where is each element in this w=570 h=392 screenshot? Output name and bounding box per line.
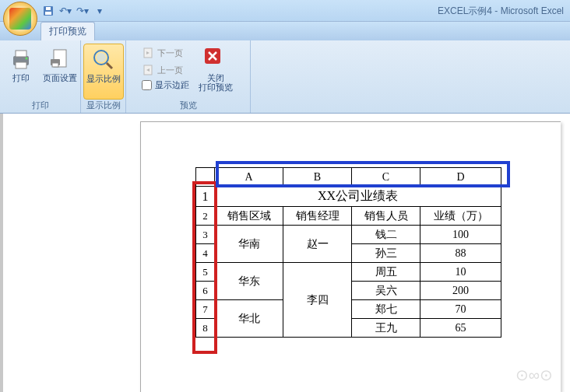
svg-rect-5: [16, 62, 26, 68]
show-margins-checkbox[interactable]: 显示边距: [142, 79, 189, 91]
office-logo-icon: [9, 8, 31, 30]
ruler-edge: [0, 114, 3, 392]
column-header-row: A B C D: [196, 168, 501, 187]
title-bar: ↶▾ ↷▾ ▾ EXCEL示例4 - Microsoft Excel: [0, 0, 570, 22]
svg-point-6: [25, 58, 27, 60]
svg-point-11: [97, 53, 106, 62]
redo-icon[interactable]: ↷▾: [76, 5, 89, 17]
table-title-row: 1 XX公司业绩表: [196, 187, 501, 207]
close-preview-button[interactable]: 关闭 打印预览: [194, 44, 238, 100]
next-page-icon: [142, 47, 154, 59]
page-setup-button[interactable]: 页面设置: [41, 44, 79, 100]
preview-area: A B C D 1 XX公司业绩表 2 销售区域 销售经理 销售人员 业绩（万）…: [0, 114, 570, 392]
preview-page: A B C D 1 XX公司业绩表 2 销售区域 销售经理 销售人员 业绩（万）…: [140, 121, 561, 392]
ribbon: 打印 页面设置 打印 显示比例 显示比例: [0, 40, 570, 114]
print-button[interactable]: 打印: [2, 44, 40, 100]
table-header-row: 2 销售区域 销售经理 销售人员 业绩（万）: [196, 207, 501, 226]
ribbon-group-print: 打印 页面设置 打印: [0, 40, 81, 113]
svg-rect-1: [45, 12, 51, 15]
next-page-button: 下一页: [142, 45, 189, 61]
svg-line-12: [107, 63, 112, 68]
quick-access-toolbar: ↶▾ ↷▾ ▾: [42, 0, 106, 21]
table-title: XX公司业绩表: [215, 187, 501, 207]
ribbon-group-zoom: 显示比例 显示比例: [81, 40, 126, 113]
svg-rect-2: [46, 7, 51, 10]
save-icon[interactable]: [42, 5, 55, 17]
table-row: 5 华东 李四 周五 10: [196, 263, 501, 282]
office-button[interactable]: [3, 2, 37, 36]
ribbon-group-preview: 下一页 上一页 显示边距 关闭 打印预览 预: [126, 40, 251, 113]
spreadsheet-table: A B C D 1 XX公司业绩表 2 销售区域 销售经理 销售人员 业绩（万）…: [195, 167, 501, 338]
prev-page-icon: [142, 64, 154, 76]
close-icon: [203, 47, 228, 72]
ribbon-tabs: 打印预览: [0, 22, 570, 40]
zoom-button[interactable]: 显示比例: [83, 44, 124, 100]
page-setup-icon: [48, 47, 72, 72]
prev-page-button: 上一页: [142, 62, 189, 78]
window-title: EXCEL示例4 - Microsoft Excel: [438, 5, 564, 18]
qat-dropdown-icon[interactable]: ▾: [93, 5, 106, 17]
magnifier-icon: [91, 47, 116, 72]
watermark-icon: ⊙∞⊙: [515, 366, 553, 384]
table-row: 3 华南 赵一 钱二 100: [196, 226, 501, 244]
printer-icon: [9, 47, 33, 72]
svg-rect-9: [52, 63, 58, 67]
tab-print-preview[interactable]: 打印预览: [40, 22, 95, 40]
undo-icon[interactable]: ↶▾: [59, 5, 72, 17]
svg-rect-4: [16, 51, 26, 57]
show-margins-input[interactable]: [142, 80, 152, 90]
